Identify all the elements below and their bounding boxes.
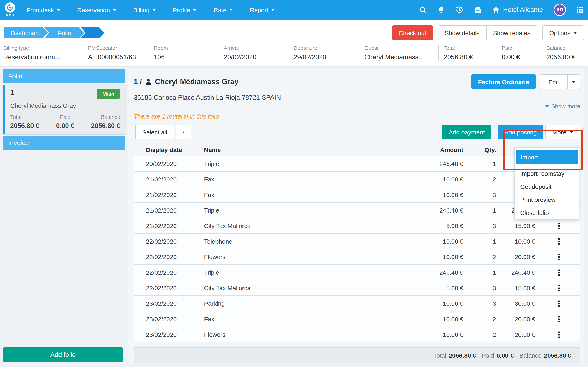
details-rebates-group: Show details Show rebates: [438, 25, 538, 40]
kebab-menu-icon[interactable]: [555, 283, 563, 293]
chevron-down-icon: [152, 9, 156, 11]
more-button[interactable]: More: [546, 125, 580, 139]
row-qty: 1: [465, 269, 498, 276]
postings-toolbar: Select all Add payment Add posting More: [135, 125, 580, 139]
row-qty: 1: [465, 238, 498, 245]
chevron-down-icon: [229, 9, 233, 11]
select-all-button[interactable]: Select all: [135, 125, 174, 139]
table-row[interactable]: 23/02/2020 Parking 10.00 € 3 30.00 €: [134, 295, 580, 311]
add-payment-button[interactable]: Add payment: [442, 125, 491, 139]
add-posting-button[interactable]: Add posting: [498, 125, 543, 139]
row-display-date: 23/02/2020: [146, 331, 195, 338]
apps-grid-icon[interactable]: [577, 7, 583, 13]
kebab-menu-icon[interactable]: [555, 221, 563, 231]
chevron-down-icon: [546, 105, 549, 107]
kebab-menu-icon[interactable]: [555, 330, 563, 339]
row-qty: 2: [465, 253, 498, 260]
table-row[interactable]: 22/02/2020 City Tax Mallorca 5.00 € 3 15…: [134, 280, 580, 295]
user-avatar[interactable]: AD: [554, 4, 566, 16]
nav-menu-rate[interactable]: Rate: [214, 6, 233, 13]
edit-dropdown-button[interactable]: [567, 74, 580, 89]
history-icon[interactable]: [455, 6, 463, 14]
pms-logo-label: PMS: [6, 13, 14, 17]
folio-balance: Balance 2056.80 €: [84, 114, 120, 130]
table-row[interactable]: 22/02/2020 Triple 246.40 € 1 246.40 €: [134, 264, 580, 280]
inbox-icon[interactable]: [474, 6, 482, 13]
folio-index: 1 /: [134, 77, 142, 86]
routes-notice: There are 1 route(s) in this folio: [134, 113, 580, 120]
info-guest: GuestCheryl Médiamass...: [364, 45, 438, 61]
search-icon[interactable]: [419, 6, 427, 14]
col-qty: Qty.: [465, 146, 498, 153]
table-row[interactable]: 23/02/2020 Flowers 10.00 € 2 20.00 €: [134, 326, 580, 342]
table-row[interactable]: 21/02/2020 Fax 10.00 € 2: [134, 171, 580, 187]
filter-button[interactable]: [176, 125, 191, 139]
home-icon: [492, 6, 500, 13]
pms-logo[interactable]: PMS: [5, 2, 15, 17]
nav-menu-frontdesk[interactable]: Frontdesk: [26, 6, 60, 13]
dropdown-item-get-deposit[interactable]: Get deposit: [515, 180, 579, 193]
pmslocator-link[interactable]: ALI00000051/63: [88, 54, 151, 61]
dropdown-item-print-preview[interactable]: Print preview: [515, 193, 579, 206]
kebab-menu-icon[interactable]: [555, 252, 563, 262]
dropdown-item-import[interactable]: Import: [516, 150, 578, 164]
folio-card[interactable]: 1 Main Cheryl Médiamass Gray Total 2056.…: [3, 85, 125, 134]
breadcrumb-dashboard[interactable]: Dashboard: [3, 26, 49, 40]
row-display-date: 23/02/2020: [146, 316, 195, 322]
show-details-button[interactable]: Show details: [438, 25, 486, 40]
row-total: 20.00 €: [498, 331, 537, 338]
table-row[interactable]: 21/02/2020 City Tax Mallorca 5.00 € 3 15…: [134, 218, 580, 233]
top-navbar: PMS Frontdesk Reservation Billing Profil…: [0, 0, 588, 20]
show-more-link[interactable]: Show more: [546, 103, 580, 109]
info-billing-type: Billing typeReservation room...: [3, 45, 83, 61]
notifications-bell-icon[interactable]: [437, 6, 445, 14]
row-qty: 3: [465, 284, 498, 292]
table-row[interactable]: 20/02/2020 Triple 246.40 € 1: [134, 156, 580, 171]
chevron-down-icon: [193, 9, 196, 11]
row-display-date: 21/02/2020: [146, 191, 195, 198]
scrollbar[interactable]: [584, 67, 588, 367]
table-row[interactable]: 21/02/2020 Fax 10.00 € 3: [134, 187, 580, 202]
row-qty: 2: [465, 176, 498, 183]
row-display-date: 23/02/2020: [146, 300, 195, 307]
hotel-selector[interactable]: Hotel Alicante: [492, 6, 543, 14]
row-total: 20.00 €: [498, 253, 537, 260]
kebab-menu-icon[interactable]: [555, 267, 563, 277]
kebab-menu-icon[interactable]: [555, 314, 563, 324]
nav-menu-report[interactable]: Report: [250, 6, 274, 13]
kebab-menu-icon[interactable]: [555, 236, 563, 246]
edit-button[interactable]: Edit: [540, 74, 568, 89]
app-window: PMS Frontdesk Reservation Billing Profil…: [0, 0, 588, 367]
sidebar-folio-header: Folio: [3, 69, 125, 83]
row-display-date: 21/02/2020: [146, 207, 195, 214]
dropdown-item-close-folio[interactable]: Close folio: [515, 206, 579, 219]
row-amount: 10.00 €: [412, 191, 465, 198]
check-out-button[interactable]: Check out: [392, 25, 433, 40]
row-amount: 10.00 €: [412, 316, 465, 322]
nav-menu-profile[interactable]: Profile: [173, 6, 196, 13]
nav-menu-reservation[interactable]: Reservation: [77, 6, 116, 13]
row-total: 246.40 €: [498, 269, 537, 276]
invoice-type-button[interactable]: Factura Ordinaria: [471, 74, 536, 89]
row-name: Triple: [195, 207, 412, 214]
kebab-menu-icon[interactable]: [555, 299, 563, 308]
table-row[interactable]: 22/02/2020 Telephone 10.00 € 1 10.00 €: [134, 233, 580, 249]
add-folio-button[interactable]: Add folio: [3, 347, 123, 362]
folio-total: Total 2056.80 €: [10, 114, 47, 130]
nav-menu-billing[interactable]: Billing: [133, 6, 156, 13]
options-button[interactable]: Options: [542, 25, 584, 40]
chevron-down-icon: [113, 9, 116, 11]
row-amount: 246.40 €: [412, 207, 465, 214]
dropdown-item-import-roomstay[interactable]: Import roomstay: [515, 167, 579, 180]
show-rebates-button[interactable]: Show rebates: [486, 25, 537, 40]
row-name: City Tax Mallorca: [195, 284, 412, 292]
row-qty: 3: [465, 300, 498, 307]
table-row[interactable]: 22/02/2020 Flowers 10.00 € 2 20.00 €: [134, 249, 580, 264]
row-name: Triple: [195, 160, 412, 167]
row-qty: 1: [465, 207, 498, 214]
table-row[interactable]: 23/02/2020 Fax 10.00 € 2 20.00 €: [134, 311, 580, 326]
table-row[interactable]: 21/02/2020 Triple 246.40 € 1 246.40 €: [134, 202, 580, 218]
table-footer-totals: Total2056.80 € Paid0.00 € Balance2056.80…: [134, 347, 580, 363]
person-icon: [145, 78, 152, 85]
chevron-down-icon: [271, 9, 274, 11]
